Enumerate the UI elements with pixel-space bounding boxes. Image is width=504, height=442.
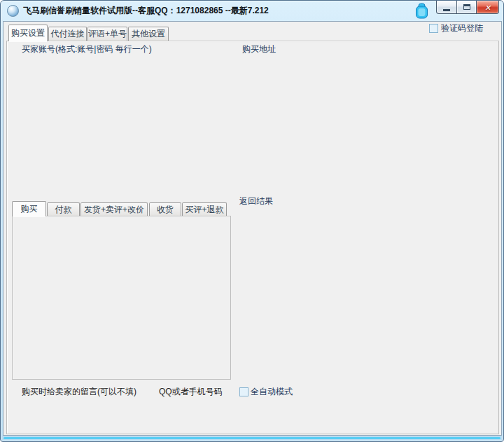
buyers-group-label: 买家账号(格式:账号|密码 每行一个) — [20, 44, 154, 55]
minimize-icon — [443, 9, 450, 11]
app-window: 飞马刷信誉刷销量软件试用版--客服QQ：1271082865 --最新7.212… — [0, 0, 504, 442]
qq-icon — [414, 3, 429, 20]
qq-phone-label: QQ或者手机号码 — [158, 387, 224, 397]
tab-label: 发货+卖评+改价 — [84, 204, 144, 216]
task-tab-page — [12, 216, 231, 380]
tab-receive[interactable]: 收货 — [149, 202, 181, 216]
tab-pay[interactable]: 付款 — [47, 202, 80, 216]
tab-other-settings[interactable]: 其他设置 — [128, 27, 169, 41]
auto-mode-row: 全自动模式 — [238, 386, 294, 398]
tab-label: 代付连接 — [51, 28, 85, 40]
tab-comments-orders[interactable]: 评语+单号 — [88, 27, 127, 41]
message-label: 购买时给卖家的留言(可以不填) — [20, 387, 138, 397]
tab-label: 收货 — [157, 204, 174, 216]
minimize-button[interactable] — [436, 1, 456, 14]
app-icon — [7, 5, 19, 17]
close-icon — [484, 1, 491, 13]
maximize-icon — [463, 4, 470, 10]
tab-payment-link[interactable]: 代付连接 — [48, 27, 87, 41]
close-button[interactable] — [477, 1, 499, 14]
window-bottom-accent — [4, 437, 500, 439]
tab-ship-review-reprice[interactable]: 发货+卖评+改价 — [80, 202, 148, 216]
verify-login-label: 验证码登陆 — [441, 22, 483, 34]
auto-mode-label: 全自动模式 — [251, 386, 293, 398]
tab-label: 买评+退款 — [185, 204, 223, 216]
tab-label: 购买设置 — [11, 27, 45, 39]
tab-label: 其他设置 — [132, 28, 165, 40]
results-group-label: 返回结果 — [237, 196, 275, 207]
auto-mode-checkbox[interactable] — [239, 387, 248, 396]
tab-review-refund[interactable]: 买评+退款 — [182, 202, 227, 216]
addresses-group-label: 购买地址 — [240, 44, 278, 55]
maximize-button[interactable] — [456, 1, 477, 14]
tab-buy-settings[interactable]: 购买设置 — [8, 25, 48, 41]
window-title: 飞马刷信誉刷销量软件试用版--客服QQ：1271082865 --最新7.212 — [23, 5, 269, 17]
tab-label: 付款 — [55, 204, 72, 216]
tab-label: 购买 — [21, 203, 38, 215]
tab-label: 评语+单号 — [88, 28, 127, 40]
tab-buy[interactable]: 购买 — [12, 201, 46, 216]
verify-login-row: 验证码登陆 — [429, 22, 483, 34]
window-controls — [436, 1, 499, 14]
verify-login-checkbox[interactable] — [429, 24, 438, 33]
